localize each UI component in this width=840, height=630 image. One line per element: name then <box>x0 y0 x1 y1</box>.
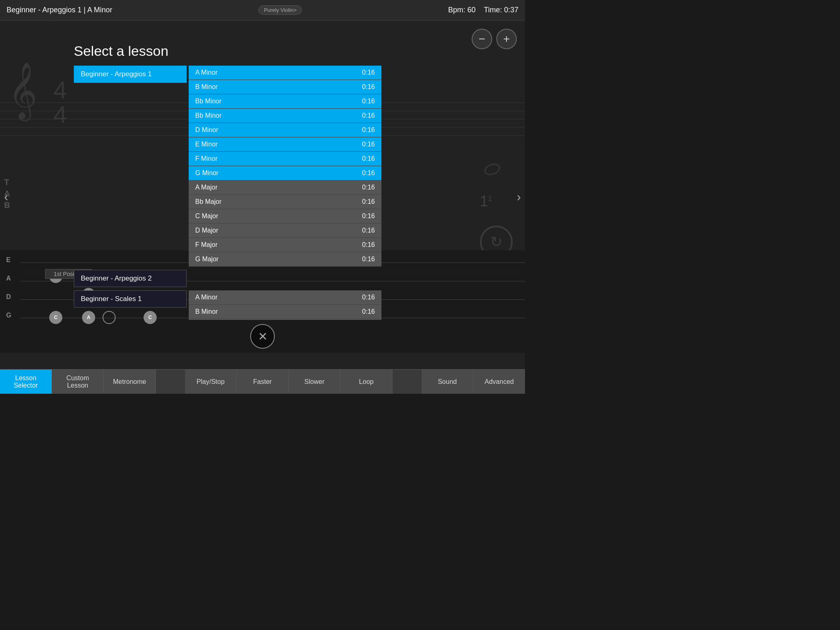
lesson-item-name: B Minor <box>195 83 218 91</box>
lesson-items-arpeggios1: A Minor 0:16 B Minor 0:16 Bb Minor 0:16 … <box>189 66 381 267</box>
custom-lesson-button[interactable]: Custom Lesson <box>52 370 104 394</box>
list-item[interactable]: G Major 0:16 <box>189 252 381 267</box>
list-item[interactable]: A Minor 0:16 <box>189 290 381 305</box>
lesson-item-time: 0:16 <box>362 212 375 220</box>
lesson-item-name: C Major <box>195 212 218 220</box>
lesson-item-time: 0:16 <box>362 69 375 76</box>
lesson-item-name: F Major <box>195 241 217 249</box>
lesson-group-arpeggios1: Beginner - Arpeggios 1 A Minor 0:16 B Mi… <box>74 66 381 267</box>
lesson-item-time: 0:16 <box>362 227 375 234</box>
string-label-e: E <box>6 256 11 264</box>
lesson-items-scales1: A Minor 0:16 B Minor 0:16 Bb Minor 0:16 … <box>189 290 381 320</box>
list-item[interactable]: G Minor 0:16 <box>189 166 381 180</box>
zoom-controls: − + <box>472 29 517 49</box>
header: Beginner - Arpeggios 1 | A Minor Purely … <box>0 0 525 21</box>
string-label-g: G <box>6 312 11 319</box>
right-arrow-button[interactable]: › <box>513 186 525 208</box>
zoom-in-button[interactable]: + <box>496 29 517 49</box>
lesson-item-time: 0:16 <box>362 256 375 263</box>
list-item[interactable]: E Minor 0:16 <box>189 137 381 152</box>
lesson-item-time: 0:16 <box>362 198 375 205</box>
lesson-overlay: Select a lesson Beginner - Arpeggios 1 A… <box>74 43 381 320</box>
lesson-item-name: G Major <box>195 256 219 263</box>
main-area: 𝄞 4 4 ‹ › − + 11 TAB ↻ Select a lesson B… <box>0 21 525 373</box>
lesson-item-name: D Minor <box>195 126 218 134</box>
list-item[interactable]: D Minor 0:16 <box>189 123 381 137</box>
slower-button[interactable]: Slower <box>289 370 341 394</box>
lesson-item-time: 0:16 <box>362 155 375 162</box>
lesson-group-label-scales1: Beginner - Scales 1 <box>74 290 189 308</box>
zoom-out-button[interactable]: − <box>472 29 492 49</box>
oval-note-decoration <box>483 162 502 177</box>
lesson-item-time: 0:16 <box>362 98 375 105</box>
lesson-item-time: 0:16 <box>362 294 375 301</box>
lesson-item-name: A Major <box>195 184 217 191</box>
lesson-item-time: 0:16 <box>362 126 375 134</box>
lesson-item-name: G Minor <box>195 169 219 177</box>
play-stop-button[interactable]: Play/Stop <box>185 370 237 394</box>
header-info: Bpm: 60 Time: 0:37 <box>448 6 518 14</box>
string-label-a: A <box>6 275 11 282</box>
list-item[interactable]: C Major 0:16 <box>189 209 381 224</box>
lesson-selector-button[interactable]: Lesson Selector <box>0 370 52 394</box>
treble-clef-icon: 𝄞 <box>8 62 37 119</box>
tab-notation: TAB <box>4 176 10 211</box>
lesson-group-button-arpeggios2[interactable]: Beginner - Arpeggios 2 <box>74 270 187 287</box>
time-signature: 4 4 <box>53 78 67 127</box>
lesson-item-time: 0:16 <box>362 169 375 177</box>
lesson-item-name: F Minor <box>195 155 217 162</box>
list-item[interactable]: A Major 0:16 <box>189 180 381 195</box>
lesson-group-label-arpeggios2: Beginner - Arpeggios 2 <box>74 270 189 287</box>
list-item[interactable]: Bb Minor 0:16 <box>189 319 381 320</box>
faster-button[interactable]: Faster <box>237 370 289 394</box>
list-item[interactable]: B Minor 0:16 <box>189 80 381 94</box>
lesson-item-time: 0:16 <box>362 308 375 315</box>
lesson-item-name: D Major <box>195 227 218 234</box>
lesson-item-name: A Minor <box>195 294 217 301</box>
list-item[interactable]: Bb Minor 0:16 <box>189 94 381 109</box>
lesson-item-time: 0:16 <box>362 241 375 249</box>
toolbar: Lesson Selector Custom Lesson Metronome … <box>0 369 525 394</box>
header-title: Beginner - Arpeggios 1 | A Minor <box>7 6 112 14</box>
sound-button[interactable]: Sound <box>422 370 474 394</box>
list-item[interactable]: A Minor 0:16 <box>189 66 381 80</box>
string-label-d: D <box>6 293 11 301</box>
metronome-button[interactable]: Metronome <box>104 370 156 394</box>
lesson-group-label-arpeggios1: Beginner - Arpeggios 1 <box>74 66 189 83</box>
lesson-item-name: Bb Minor <box>195 98 221 105</box>
close-button[interactable]: ✕ <box>250 324 275 349</box>
lesson-item-name: B Minor <box>195 308 218 315</box>
number-display: 11 <box>480 193 492 210</box>
lesson-list-container[interactable]: Beginner - Arpeggios 1 A Minor 0:16 B Mi… <box>74 66 381 320</box>
lesson-item-name: Bb Major <box>195 198 221 205</box>
toolbar-spacer-2 <box>393 370 422 394</box>
header-logo: Purely Violin> <box>258 5 302 15</box>
lesson-group-button-arpeggios1[interactable]: Beginner - Arpeggios 1 <box>74 66 187 83</box>
lesson-item-name: A Minor <box>195 69 217 76</box>
lesson-item-name: Bb Minor <box>195 112 221 119</box>
toolbar-spacer-1 <box>156 370 185 394</box>
list-item[interactable]: Bb Major 0:16 <box>189 195 381 209</box>
list-item[interactable]: Bb Minor 0:16 <box>189 109 381 123</box>
lesson-item-time: 0:16 <box>362 141 375 148</box>
time-display: Time: 0:37 <box>484 6 518 14</box>
lesson-group-arpeggios2: Beginner - Arpeggios 2 <box>74 270 381 287</box>
lesson-group-button-scales1[interactable]: Beginner - Scales 1 <box>74 290 187 308</box>
lesson-item-time: 0:16 <box>362 184 375 191</box>
list-item[interactable]: F Major 0:16 <box>189 238 381 252</box>
list-item[interactable]: F Minor 0:16 <box>189 152 381 166</box>
advanced-button[interactable]: Advanced <box>473 370 525 394</box>
overlay-title: Select a lesson <box>74 43 381 59</box>
lesson-group-scales1: Beginner - Scales 1 A Minor 0:16 B Minor… <box>74 290 381 320</box>
lesson-item-time: 0:16 <box>362 83 375 91</box>
note-dot: C <box>49 311 62 324</box>
bpm-display: Bpm: 60 <box>448 6 476 14</box>
lesson-item-name: E Minor <box>195 141 218 148</box>
loop-button[interactable]: Loop <box>340 370 393 394</box>
list-item[interactable]: D Major 0:16 <box>189 224 381 238</box>
list-item[interactable]: B Minor 0:16 <box>189 305 381 319</box>
lesson-item-time: 0:16 <box>362 112 375 119</box>
